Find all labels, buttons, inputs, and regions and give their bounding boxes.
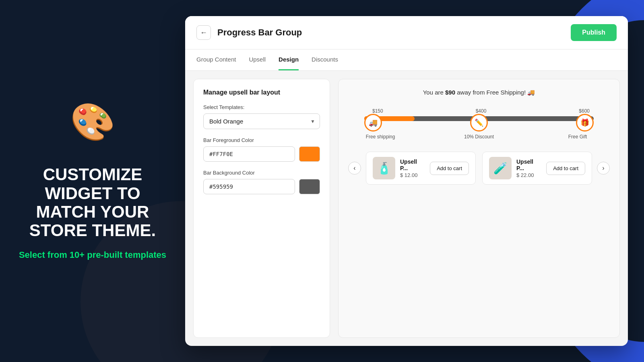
upsell-price-1: $ 22.00	[516, 172, 541, 178]
upsell-info-1: Upsell P... $ 22.00	[516, 158, 541, 178]
background-label: Bar Background Color	[203, 170, 320, 176]
message-prefix: You are	[423, 89, 445, 96]
milestone-amount-0: $150	[372, 108, 383, 114]
add-to-cart-button-0[interactable]: Add to cart	[430, 162, 469, 175]
tab-group-content[interactable]: Group Content	[196, 49, 236, 70]
milestones-icons-row: 🚚 ✏️ 🎁	[364, 114, 594, 132]
milestone-amount-2: $600	[579, 108, 590, 114]
content-area: Manage upsell bar layout Select Template…	[185, 71, 628, 346]
template-select-wrapper: Bold OrangeModern BlueClassic GreenDark …	[203, 113, 320, 129]
upsell-name-0: Upsell P...	[400, 158, 425, 171]
app-window: ← Progress Bar Group Publish Group Conte…	[185, 16, 628, 346]
message-amount: $90	[445, 89, 455, 96]
main-content: ← Progress Bar Group Publish Group Conte…	[185, 0, 644, 362]
preview-panel: You are $90 away from Free Shipping! 🚚 $…	[338, 79, 620, 338]
foreground-label: Bar Foreground Color	[203, 137, 320, 143]
tab-discounts[interactable]: Discounts	[312, 49, 338, 70]
milestone-icon-0: 🚚	[364, 114, 382, 132]
upsell-img-0: 🧴	[373, 157, 395, 179]
upsell-name-1: Upsell P...	[516, 158, 541, 171]
milestones-amounts-row: $150 $400 $600	[364, 108, 594, 114]
foreground-color-group: Bar Foreground Color	[203, 137, 320, 162]
app-title: Progress Bar Group	[217, 27, 302, 38]
milestone-label-1: 10% Discount	[463, 134, 495, 140]
prev-arrow-button[interactable]: ‹	[348, 162, 361, 175]
settings-panel: Manage upsell bar layout Select Template…	[193, 79, 330, 338]
preview-message: You are $90 away from Free Shipping! 🚚	[348, 89, 610, 96]
upsell-info-0: Upsell P... $ 12.00	[400, 158, 425, 178]
back-button[interactable]: ←	[196, 25, 211, 40]
sub-headline: Select from 10+ pre-built templates	[19, 249, 166, 261]
add-to-cart-button-1[interactable]: Add to cart	[546, 162, 585, 175]
background-color-input[interactable]	[203, 179, 295, 194]
background-color-group: Bar Background Color	[203, 170, 320, 194]
header-left: ← Progress Bar Group	[196, 25, 302, 40]
upsell-price-0: $ 12.00	[400, 172, 425, 178]
milestone-icon-1: ✏️	[470, 114, 488, 132]
tabs-bar: Group Content Upsell Design Discounts	[185, 49, 628, 71]
tab-design[interactable]: Design	[279, 49, 299, 70]
upsell-row: ‹ 🧴 Upsell P... $ 12.00 Add to cart	[348, 152, 610, 185]
foreground-color-input[interactable]	[203, 146, 295, 162]
next-arrow-button[interactable]: ›	[597, 162, 610, 175]
progress-bar-container: $150 $400 $600 🚚 ✏️ 🎁	[348, 104, 610, 144]
foreground-color-row	[203, 146, 320, 162]
milestone-label-0: Free shipping	[364, 134, 396, 140]
background-color-row	[203, 179, 320, 194]
upsell-card-0: 🧴 Upsell P... $ 12.00 Add to cart	[366, 152, 476, 185]
upsell-img-1: 🧪	[489, 157, 512, 179]
foreground-color-swatch[interactable]	[299, 146, 320, 162]
palette-icon: 🎨	[68, 101, 117, 149]
message-suffix: away from Free Shipping! 🚚	[455, 89, 535, 96]
publish-button[interactable]: Publish	[571, 24, 617, 41]
milestones-labels-row: Free shipping 10% Discount Free Gift	[364, 134, 594, 140]
app-header: ← Progress Bar Group Publish	[185, 16, 628, 49]
milestone-amount-1: $400	[476, 108, 487, 114]
tab-upsell[interactable]: Upsell	[249, 49, 266, 70]
background-color-swatch[interactable]	[299, 179, 320, 194]
milestone-label-2: Free Gift	[561, 134, 594, 140]
milestone-icon-2: 🎁	[576, 114, 594, 132]
upsell-cards: 🧴 Upsell P... $ 12.00 Add to cart 🧪 U	[366, 152, 592, 185]
left-panel: 🎨 CUSTOMIZE WIDGET TO MATCH YOUR STORE T…	[0, 0, 185, 362]
upsell-card-1: 🧪 Upsell P... $ 22.00 Add to cart	[482, 152, 592, 185]
panel-title: Manage upsell bar layout	[203, 89, 320, 96]
select-label: Select Templates:	[203, 104, 320, 110]
template-select[interactable]: Bold OrangeModern BlueClassic GreenDark …	[203, 113, 320, 129]
main-headline: CUSTOMIZE WIDGET TO MATCH YOUR STORE THE…	[16, 165, 169, 240]
